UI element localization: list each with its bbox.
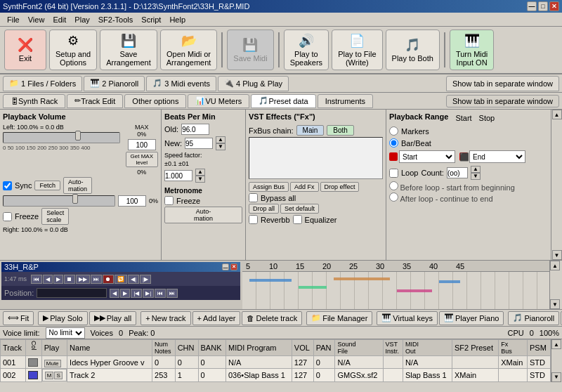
pos-btn-5[interactable]: ⏮ bbox=[155, 289, 166, 298]
add-layer-button[interactable]: + Add layer bbox=[192, 311, 241, 325]
turn-midi-input-button[interactable]: 🎹 Turn MidiInput ON bbox=[450, 30, 494, 70]
play-all-button[interactable]: ▶▶ Play all bbox=[89, 311, 136, 325]
track-scroll-down[interactable]: ▼ bbox=[551, 372, 561, 382]
freeze-checkbox[interactable] bbox=[3, 212, 12, 221]
piano-scroll-up[interactable]: ▲ bbox=[550, 261, 560, 270]
exit-button[interactable]: ❌ Exit bbox=[4, 30, 46, 70]
transport-fwd[interactable]: ▶▶ bbox=[76, 275, 90, 284]
transport-end[interactable]: ⏭ bbox=[91, 275, 102, 284]
play-solo-button[interactable]: ▶ Play Solo bbox=[38, 311, 87, 325]
pos-btn-6[interactable]: ⏭ bbox=[166, 289, 178, 298]
show-tab-separate-1[interactable]: Show tab in separate window bbox=[446, 76, 559, 91]
menu-play[interactable]: Play bbox=[70, 14, 93, 25]
bypass-all-cb[interactable] bbox=[249, 193, 258, 202]
tab-midi-events[interactable]: 🎵 3 Midi events bbox=[146, 76, 216, 91]
menu-script[interactable]: Script bbox=[137, 14, 165, 25]
pianoroll-button[interactable]: 🎵 Pianoroll bbox=[508, 311, 559, 325]
pos-btn-3[interactable]: |◀ bbox=[131, 289, 142, 298]
loop-up[interactable]: ▲ bbox=[471, 166, 481, 173]
fit-button[interactable]: ⟺ Fit bbox=[3, 311, 34, 325]
transport-stop[interactable]: ⏹ bbox=[64, 275, 75, 284]
transport-rec[interactable]: ⏺ bbox=[103, 275, 114, 284]
left-vol-input[interactable] bbox=[128, 139, 156, 150]
left-volume-slider[interactable] bbox=[3, 132, 120, 143]
equalizer-cb[interactable] bbox=[293, 215, 302, 224]
new-track-button[interactable]: + New track bbox=[140, 311, 190, 325]
transport-back2[interactable]: ◀| bbox=[128, 275, 139, 284]
open-midi-button[interactable]: 📂 Open Midi orArrangement bbox=[160, 30, 218, 70]
file-manager-button[interactable]: 📁 File Manager bbox=[306, 311, 372, 325]
piano-scroll[interactable]: ▲ ▼ bbox=[549, 261, 562, 309]
sf-spin[interactable]: ▲ ▼ bbox=[195, 169, 205, 183]
maximize-button[interactable]: □ bbox=[538, 1, 548, 11]
tab-files-folders[interactable]: 📁 1 Files / Folders bbox=[3, 76, 82, 91]
piano-scroll-down[interactable]: ▼ bbox=[550, 299, 560, 309]
voice-limit-select[interactable]: No limit bbox=[46, 327, 85, 339]
bpm-up[interactable]: ▲ bbox=[216, 136, 226, 143]
right-volume-slider[interactable] bbox=[3, 195, 115, 207]
setup-options-button[interactable]: ⚙ Setup andOptions bbox=[49, 30, 97, 70]
bpm-old-input[interactable] bbox=[181, 124, 209, 135]
transport-back[interactable]: ◀ bbox=[43, 275, 53, 284]
loop-count-input[interactable] bbox=[447, 167, 468, 178]
fetch-btn[interactable]: Fetch bbox=[34, 181, 60, 190]
player-piano-button[interactable]: 🎹 Player Piano bbox=[439, 311, 504, 325]
tab-vu-meters[interactable]: 📊 VU Meters bbox=[188, 94, 249, 108]
menu-file[interactable]: File bbox=[3, 14, 24, 25]
markers-radio[interactable] bbox=[389, 126, 398, 136]
row2-solo-btn[interactable]: S bbox=[54, 372, 62, 379]
tab-other-options[interactable]: Other options bbox=[124, 94, 186, 108]
add-fx-button[interactable]: Add Fx bbox=[290, 182, 319, 192]
start-select[interactable]: Start bbox=[399, 150, 455, 163]
track-scrollbar[interactable]: ▲ ▼ bbox=[551, 339, 562, 382]
position-input[interactable] bbox=[37, 288, 107, 298]
transport-fwd2[interactable]: |▶ bbox=[140, 275, 151, 284]
close-button[interactable]: ✕ bbox=[549, 1, 559, 11]
menu-view[interactable]: View bbox=[24, 14, 49, 25]
metronome-freeze-cb[interactable] bbox=[164, 196, 174, 205]
right-vol-input[interactable] bbox=[118, 195, 146, 207]
pos-btn-1[interactable]: ◀ bbox=[110, 289, 119, 298]
show-tab-separate-2[interactable]: Show tab in separate window bbox=[446, 95, 559, 107]
loop-down[interactable]: ▼ bbox=[471, 173, 481, 180]
sync-checkbox[interactable] bbox=[3, 181, 12, 190]
pos-btn-4[interactable]: ▶| bbox=[143, 289, 154, 298]
save-midi-button[interactable]: 💾 Save Midi bbox=[227, 30, 273, 70]
play-both-button[interactable]: 🎵 Play to Both bbox=[386, 30, 440, 70]
before-loop-radio[interactable] bbox=[389, 181, 398, 190]
play-speakers-button[interactable]: 🔊 Play toSpeakers bbox=[284, 30, 329, 70]
scroll-down-arrow[interactable]: ▼ bbox=[552, 250, 562, 260]
row2-mute-btn[interactable]: M bbox=[45, 372, 54, 379]
song-close-btn[interactable]: ✕ bbox=[230, 263, 237, 270]
fxbus-both-button[interactable]: Both bbox=[327, 125, 354, 136]
menu-sf2tools[interactable]: SF2-Tools bbox=[94, 14, 138, 25]
menu-edit[interactable]: Edit bbox=[48, 14, 70, 25]
transport-play[interactable]: ▶ bbox=[53, 275, 63, 284]
speed-factor-input[interactable] bbox=[164, 170, 192, 181]
virtual-keys-button[interactable]: 🎹 Virtual keys bbox=[377, 311, 438, 325]
loop-spin[interactable]: ▲ ▼ bbox=[471, 166, 481, 180]
end-select[interactable]: End bbox=[469, 150, 525, 163]
pos-btn-2[interactable]: ▶ bbox=[120, 289, 130, 298]
track-scroll-up[interactable]: ▲ bbox=[551, 339, 561, 349]
delete-track-button[interactable]: 🗑 Delete track bbox=[242, 311, 302, 325]
drop-all-button[interactable]: Drop all bbox=[249, 204, 279, 214]
menu-help[interactable]: Help bbox=[165, 14, 190, 25]
reverb-cb[interactable] bbox=[249, 215, 258, 224]
sf-up[interactable]: ▲ bbox=[195, 169, 205, 176]
tab-pianoroll[interactable]: 🎹 2 Pianoroll bbox=[84, 76, 145, 91]
metronome-auto-btn[interactable]: Auto-mation bbox=[164, 207, 242, 223]
tab-synth-rack[interactable]: 🎛 Synth Rack bbox=[3, 94, 65, 108]
bpm-new-input[interactable] bbox=[185, 138, 213, 149]
minimize-button[interactable]: — bbox=[527, 1, 537, 11]
sf-down[interactable]: ▼ bbox=[195, 176, 205, 183]
after-loop-radio[interactable] bbox=[389, 192, 398, 202]
save-arrangement-button[interactable]: 💾 SaveArrangement bbox=[100, 30, 157, 70]
drop-effect-button[interactable]: Drop effect bbox=[320, 182, 360, 192]
tab-preset-data[interactable]: 🎵 Preset data bbox=[251, 94, 315, 108]
get-max-level-button[interactable]: Get MAXlevel bbox=[126, 152, 158, 167]
tab-instruments[interactable]: Instruments bbox=[318, 94, 373, 108]
main-content-scrollbar[interactable]: ▲ ▼ bbox=[551, 110, 562, 260]
row1-mute-btn[interactable]: Mute bbox=[44, 360, 61, 367]
loop-cb[interactable] bbox=[389, 169, 398, 178]
